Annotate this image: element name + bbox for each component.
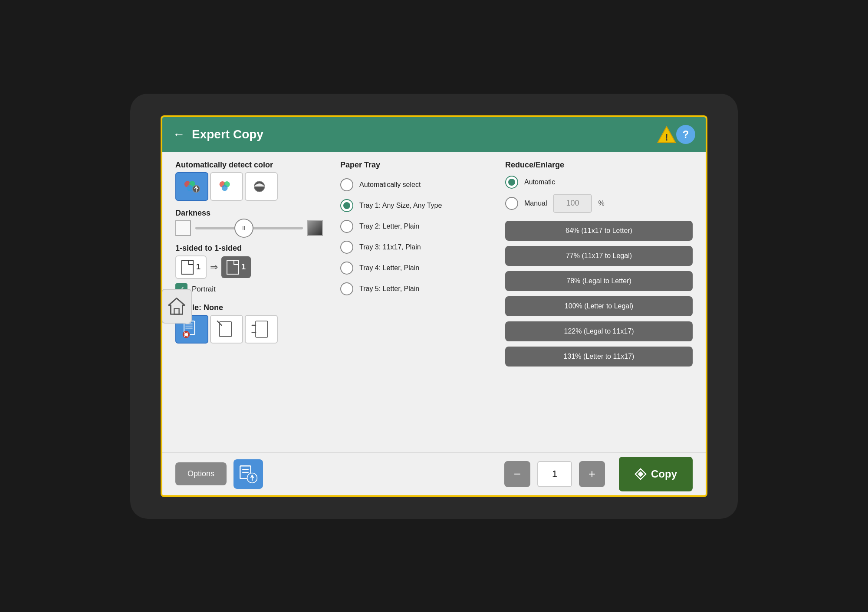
automatic-label: Automatic (524, 178, 555, 186)
sided-to-icon (227, 260, 239, 275)
options-button[interactable]: Options (175, 462, 227, 485)
header: ← Expert Copy ! ? (162, 117, 706, 152)
dark-icon (307, 220, 323, 236)
color-full-button[interactable] (210, 172, 243, 201)
tray3-radio[interactable] (340, 241, 353, 254)
svg-marker-33 (638, 471, 643, 477)
manual-label: Manual (524, 200, 547, 207)
sided-arrow-icon: ⇒ (210, 262, 218, 273)
staple-left-button[interactable] (245, 315, 278, 344)
staple-label: Staple: None (175, 303, 323, 312)
tray-auto-radio[interactable] (340, 178, 353, 191)
svg-point-9 (222, 185, 228, 191)
tray1-radio[interactable] (340, 199, 353, 212)
footer: Options − + Copy (162, 452, 706, 495)
darkness-slider[interactable]: II (195, 227, 303, 229)
sided-from-num: 1 (196, 262, 201, 272)
color-auto-button[interactable] (175, 172, 208, 201)
slider-row: II (175, 220, 323, 236)
paper-tray-label: Paper Tray (340, 160, 488, 170)
scale-78-button[interactable]: 78% (Legal to Letter) (505, 271, 693, 291)
scale-122-button[interactable]: 122% (Legal to 11x17) (505, 321, 693, 341)
color-bw-button[interactable] (245, 172, 278, 201)
sided-section: 1-sided to 1-sided 1 ⇒ 1 ✓ (175, 244, 323, 295)
device-frame: ← Expert Copy ! ? Automatically detect c… (130, 94, 738, 519)
staple-top-left-button[interactable] (210, 315, 243, 344)
color-buttons (175, 172, 323, 201)
tray3-label: Tray 3: 11x17, Plain (359, 243, 421, 251)
copy-label: Copy (651, 468, 677, 480)
svg-rect-20 (220, 321, 232, 336)
portrait-label: Portrait (192, 285, 216, 294)
darkness-section: Darkness II (175, 209, 323, 236)
manual-row: Manual 100 % (505, 194, 693, 213)
tray2-label: Tray 2: Letter, Plain (359, 223, 419, 230)
automatic-radio[interactable] (505, 176, 518, 189)
tray1-label: Tray 1: Any Size, Any Type (359, 202, 442, 209)
copy-count-input[interactable] (537, 461, 572, 487)
paper-tray-section: Paper Tray Automatically select Tray 1: … (340, 160, 488, 443)
light-icon (175, 220, 191, 236)
percent-label: % (598, 200, 604, 207)
svg-marker-25 (169, 298, 185, 314)
staple-buttons (175, 315, 323, 344)
warning-icon: ! (657, 125, 676, 144)
settings-button[interactable] (233, 459, 263, 489)
tray1-row: Tray 1: Any Size, Any Type (340, 197, 488, 214)
tray-auto-row: Automatically select (340, 177, 488, 193)
tray5-radio[interactable] (340, 282, 353, 295)
copy-button[interactable]: Copy (619, 457, 693, 491)
tray5-row: Tray 5: Letter, Plain (340, 281, 488, 297)
sided-from-box: 1 (175, 255, 207, 279)
tray5-label: Tray 5: Letter, Plain (359, 285, 419, 293)
tray-auto-label: Automatically select (359, 181, 421, 189)
staple-section: Staple: None (175, 303, 323, 344)
tray4-row: Tray 4: Letter, Plain (340, 260, 488, 276)
sided-to-num: 1 (241, 262, 246, 272)
color-detection-label: Automatically detect color (175, 160, 323, 170)
tray4-radio[interactable] (340, 262, 353, 275)
svg-rect-22 (256, 321, 268, 337)
reduce-enlarge-label: Reduce/Enlarge (505, 160, 693, 170)
svg-rect-26 (174, 308, 179, 314)
sided-row: 1 ⇒ 1 (175, 255, 323, 279)
slider-thumb[interactable]: II (234, 219, 253, 238)
darkness-label: Darkness (175, 209, 323, 218)
svg-point-4 (187, 185, 193, 191)
header-title: Expert Copy (192, 128, 657, 141)
home-button[interactable] (161, 289, 192, 324)
tray2-radio[interactable] (340, 220, 353, 233)
scale-131-button[interactable]: 131% (Letter to 11x17) (505, 347, 693, 367)
scale-100-button[interactable]: 100% (Letter to Legal) (505, 296, 693, 316)
back-button[interactable]: ← (173, 128, 185, 141)
sided-to-box: 1 (221, 256, 251, 278)
sided-from-icon (181, 260, 194, 275)
scale-77-button[interactable]: 77% (11x17 to Legal) (505, 246, 693, 266)
tray4-label: Tray 4: Letter, Plain (359, 264, 419, 272)
help-button[interactable]: ? (676, 125, 695, 144)
minus-button[interactable]: − (504, 461, 530, 487)
manual-radio[interactable] (505, 197, 518, 210)
scale-64-button[interactable]: 64% (11x17 to Letter) (505, 221, 693, 241)
reduce-enlarge-section: Reduce/Enlarge Automatic Manual 100 % 64… (505, 160, 693, 443)
manual-percent-input[interactable]: 100 (553, 194, 592, 213)
tray2-row: Tray 2: Letter, Plain (340, 218, 488, 235)
main-content: Automatically detect color (162, 152, 706, 452)
screen: ← Expert Copy ! ? Automatically detect c… (161, 115, 707, 497)
plus-button[interactable]: + (579, 461, 605, 487)
svg-text:!: ! (665, 132, 668, 143)
sided-label: 1-sided to 1-sided (175, 244, 323, 253)
tray3-row: Tray 3: 11x17, Plain (340, 239, 488, 255)
left-column: Automatically detect color (175, 160, 323, 443)
portrait-row: ✓ Portrait (175, 283, 323, 295)
automatic-row: Automatic (505, 176, 693, 189)
color-detection-section: Automatically detect color (175, 160, 323, 201)
